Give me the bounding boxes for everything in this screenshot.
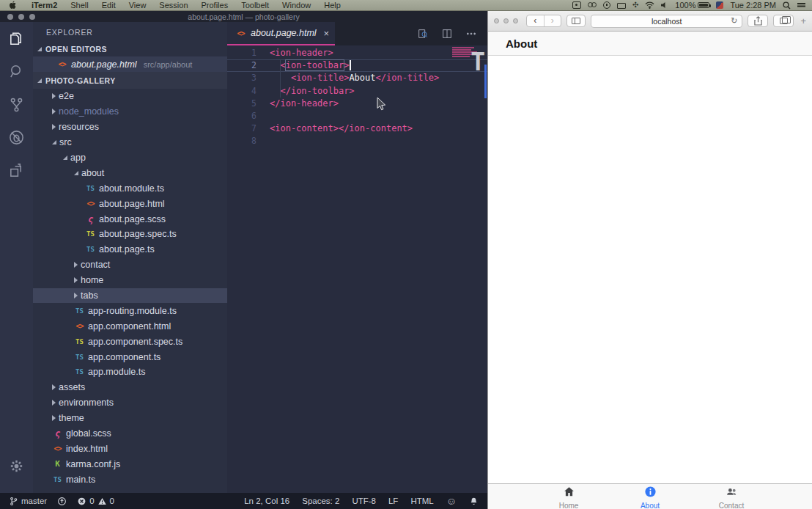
tree-folder-tabs[interactable]: tabs: [33, 288, 227, 304]
code-editor[interactable]: 1<ion-header>2 <ion-toolbar>3 <ion-title…: [227, 45, 487, 493]
tree-folder-contact[interactable]: contact: [33, 257, 227, 273]
vscode-title-bar[interactable]: about.page.html — photo-gallery: [0, 11, 487, 22]
forward-button[interactable]: ›: [544, 15, 561, 26]
tree-file-about.page.ts[interactable]: TSabout.page.ts: [33, 242, 227, 257]
open-preview-icon[interactable]: [417, 28, 429, 40]
notifications-bell-icon[interactable]: [469, 497, 479, 506]
tree-file-global.scss[interactable]: ςglobal.scss: [33, 426, 227, 442]
tree-file-main.ts[interactable]: TSmain.ts: [33, 472, 227, 487]
screen-recording-icon[interactable]: [572, 1, 581, 9]
code-line-1[interactable]: 1<ion-header>: [227, 47, 487, 59]
reload-icon[interactable]: ↻: [731, 16, 737, 26]
tree-file-index.html[interactable]: <>index.html: [33, 441, 227, 456]
zoom-window-button[interactable]: [513, 18, 518, 23]
menu-item-profiles[interactable]: Profiles: [195, 1, 235, 10]
split-editor-icon[interactable]: [441, 28, 453, 40]
encoding-setting[interactable]: UTF-8: [352, 497, 376, 505]
menu-item-view[interactable]: View: [122, 1, 153, 10]
tree-folder-home[interactable]: home: [33, 273, 227, 288]
tree-file-about.page.spec.ts[interactable]: TSabout.page.spec.ts: [33, 227, 227, 242]
tree-file-app.module.ts[interactable]: TSapp.module.ts: [33, 365, 227, 380]
tree-folder-e2e[interactable]: e2e: [33, 89, 227, 104]
close-window-button[interactable]: [7, 14, 13, 20]
tab-about-page-html[interactable]: <> about.page.html ×: [227, 22, 335, 45]
code-line-5[interactable]: 5</ion-header>: [227, 98, 487, 110]
sidebar-button[interactable]: [566, 15, 586, 27]
menu-item-iterm2[interactable]: iTerm2: [25, 1, 64, 10]
glasses-icon[interactable]: [588, 1, 597, 9]
settings-gear-icon[interactable]: [0, 450, 33, 483]
code-line-6[interactable]: 6: [227, 110, 487, 122]
open-editors-header[interactable]: OPEN EDITORS: [33, 41, 227, 56]
accessibility-icon[interactable]: ✣: [632, 1, 638, 9]
input-source-icon[interactable]: [716, 1, 723, 9]
menu-clock[interactable]: Tue 2:28 PM: [730, 1, 776, 10]
window-controls[interactable]: [494, 18, 518, 23]
tab-home[interactable]: Home: [528, 484, 610, 509]
eol-setting[interactable]: LF: [388, 497, 398, 505]
git-branch-indicator[interactable]: master: [9, 497, 47, 506]
back-button[interactable]: ‹: [527, 15, 544, 26]
minimize-window-button[interactable]: [18, 14, 24, 20]
code-line-2[interactable]: 2 <ion-toolbar>: [227, 59, 487, 72]
tab-contact[interactable]: Contact: [691, 484, 772, 509]
menu-item-window[interactable]: Window: [276, 1, 317, 10]
show-all-tabs-button[interactable]: [773, 15, 794, 27]
minimize-window-button[interactable]: [503, 18, 509, 23]
tree-file-app.component.ts[interactable]: TSapp.component.ts: [33, 349, 227, 365]
tree-folder-assets[interactable]: assets: [33, 380, 227, 395]
tree-folder-resources[interactable]: resources: [33, 120, 227, 135]
more-actions-icon[interactable]: [465, 28, 477, 40]
tab-about[interactable]: About: [610, 484, 691, 509]
open-editor-item[interactable]: <> about.page.html src/app/about: [33, 56, 227, 72]
new-tab-button[interactable]: +: [800, 15, 806, 26]
tree-file-app-routing.module.ts[interactable]: TSapp-routing.module.ts: [33, 303, 227, 318]
explorer-icon[interactable]: [0, 22, 33, 55]
share-button[interactable]: [748, 15, 768, 27]
notification-center-icon[interactable]: [797, 1, 806, 9]
zoom-window-button[interactable]: [29, 14, 35, 20]
cursor-position[interactable]: Ln 2, Col 16: [244, 497, 289, 505]
close-window-button[interactable]: [494, 18, 499, 23]
menu-item-help[interactable]: Help: [317, 1, 347, 10]
indentation-setting[interactable]: Spaces: 2: [302, 497, 339, 505]
search-icon[interactable]: [0, 55, 33, 88]
menu-item-edit[interactable]: Edit: [95, 1, 122, 10]
spotlight-icon[interactable]: [783, 1, 791, 10]
project-section-header[interactable]: PHOTO-GALLERY: [33, 72, 227, 89]
menu-item-shell[interactable]: Shell: [64, 1, 95, 10]
extensions-icon[interactable]: [0, 154, 33, 187]
volume-icon[interactable]: [661, 1, 668, 9]
apple-menu-icon[interactable]: [9, 1, 18, 10]
code-line-3[interactable]: 3 <ion-title>About</ion-title>: [227, 72, 487, 84]
wifi-icon[interactable]: [645, 1, 654, 9]
tree-folder-app[interactable]: app: [33, 150, 227, 166]
source-control-icon[interactable]: [0, 88, 33, 121]
window-controls[interactable]: [7, 14, 35, 20]
tree-folder-environments[interactable]: environments: [33, 395, 227, 411]
code-line-8[interactable]: 8: [227, 135, 487, 147]
tree-folder-theme[interactable]: theme: [33, 411, 227, 426]
tree-folder-src[interactable]: src: [33, 135, 227, 150]
tree-folder-node_modules[interactable]: node_modules: [33, 104, 227, 120]
code-line-7[interactable]: 7<ion-content></ion-content>: [227, 122, 487, 135]
tree-file-karma.conf.js[interactable]: Kkarma.conf.js: [33, 456, 227, 472]
code-line-4[interactable]: 4 </ion-toolbar>: [227, 85, 487, 98]
problems-indicator[interactable]: 0 0: [77, 497, 114, 506]
display-icon[interactable]: [617, 3, 626, 9]
address-bar[interactable]: localhost ↻: [591, 15, 742, 28]
tree-file-app.component.html[interactable]: <>app.component.html: [33, 318, 227, 334]
menu-item-toolbelt[interactable]: Toolbelt: [235, 1, 276, 10]
tree-file-about.module.ts[interactable]: TSabout.module.ts: [33, 180, 227, 196]
tab-close-icon[interactable]: ×: [323, 28, 329, 39]
debug-disabled-icon[interactable]: [0, 121, 33, 154]
feedback-smiley-icon[interactable]: ☺: [446, 495, 457, 507]
battery-indicator[interactable]: 100%: [675, 1, 709, 10]
menu-item-session[interactable]: Session: [152, 1, 194, 10]
language-mode[interactable]: HTML: [410, 497, 433, 505]
sync-changes-button[interactable]: [57, 497, 67, 506]
tree-file-app.component.spec.ts[interactable]: TSapp.component.spec.ts: [33, 334, 227, 349]
tree-folder-about[interactable]: about: [33, 165, 227, 180]
tree-file-about.page.html[interactable]: <>about.page.html: [33, 196, 227, 211]
tree-file-about.page.scss[interactable]: ςabout.page.scss: [33, 211, 227, 227]
